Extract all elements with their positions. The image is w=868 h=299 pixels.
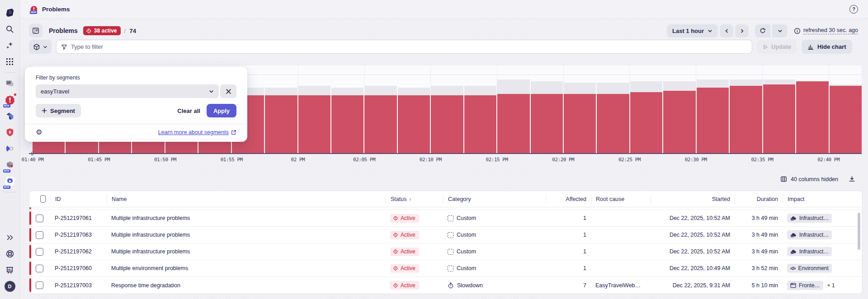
user-avatar[interactable]: D xyxy=(2,279,18,294)
help-lifering-icon[interactable] xyxy=(2,246,18,262)
hide-chart-button[interactable]: Hide chart xyxy=(802,40,852,54)
download-button[interactable] xyxy=(849,176,855,182)
chart-bar[interactable] xyxy=(697,65,729,154)
table-row[interactable]: P-2512197061Multiple infrastructure prob… xyxy=(29,210,862,227)
screens-app-icon[interactable] xyxy=(2,76,18,91)
started-cell-text: Dec 22, 2025, 9:31 AM xyxy=(673,282,730,289)
columns-hidden-button[interactable]: 40 columns hidden xyxy=(780,176,838,182)
refreshed-ago-label[interactable]: refreshed 30 sec. ago xyxy=(803,27,858,34)
segment-select[interactable]: easyTravel xyxy=(36,84,219,98)
help-icon[interactable]: ? xyxy=(849,5,858,14)
column-label: Affected xyxy=(566,196,586,202)
chart-bar[interactable] xyxy=(431,65,463,154)
ai-sparkles-icon[interactable] xyxy=(2,37,18,53)
chart-bar[interactable] xyxy=(298,65,330,154)
filter-input[interactable] xyxy=(71,43,747,50)
update-button[interactable]: Update xyxy=(757,40,797,54)
chart-bar[interactable] xyxy=(531,65,563,154)
chart-bar[interactable] xyxy=(464,65,496,154)
chart-bar[interactable] xyxy=(497,65,529,154)
category-cell: Custom xyxy=(443,215,546,221)
column-header-affected[interactable]: Affected xyxy=(546,195,591,204)
chart-bar[interactable] xyxy=(830,65,862,154)
column-header-id[interactable]: ID xyxy=(50,195,107,204)
chart-bar[interactable] xyxy=(663,65,695,154)
column-header-status[interactable]: Status↑ xyxy=(386,195,443,204)
row-checkbox[interactable] xyxy=(36,281,43,289)
active-problems-segment xyxy=(564,94,596,154)
closed-problems-segment xyxy=(431,86,463,95)
problem-name-cell: Response time degradation xyxy=(107,282,386,289)
problems-app-mini-icon: NEW xyxy=(30,5,38,13)
column-header-duration[interactable]: Duration xyxy=(735,195,783,204)
infrastructure-app-icon[interactable]: NEW xyxy=(2,157,18,173)
timeframe-forward-button[interactable] xyxy=(735,24,749,37)
chart-bar[interactable] xyxy=(265,65,297,154)
row-checkbox[interactable] xyxy=(36,215,43,222)
x-axis-line xyxy=(29,153,862,154)
chart-bar[interactable] xyxy=(398,65,430,154)
select-all-checkbox[interactable] xyxy=(40,195,46,203)
apply-button[interactable]: Apply xyxy=(207,104,236,117)
table-row[interactable]: P-2512197063Multiple infrastructure prob… xyxy=(29,227,862,243)
affected-cell: 1 xyxy=(546,215,591,221)
app-switcher-button[interactable] xyxy=(29,24,42,37)
vertical-scrollbar[interactable] xyxy=(858,213,860,250)
chart-bar[interactable] xyxy=(630,65,662,154)
chart-bar[interactable] xyxy=(730,65,762,154)
search-icon[interactable] xyxy=(2,21,18,37)
refresh-options-button[interactable] xyxy=(772,24,788,37)
active-count-label: 38 active xyxy=(94,28,117,34)
chart-bar[interactable] xyxy=(564,65,596,154)
row-checkbox[interactable] xyxy=(36,231,43,239)
column-header-started[interactable]: Started xyxy=(651,195,735,204)
table-row[interactable]: P-2512197060Multiple environment problem… xyxy=(29,260,862,277)
active-count-badge[interactable]: 38 active xyxy=(83,26,121,35)
problem-name-cell: Multiple environment problems xyxy=(107,265,386,271)
segments-filter-button[interactable] xyxy=(29,40,52,54)
row-checkbox[interactable] xyxy=(36,265,43,272)
chart-bar[interactable] xyxy=(364,65,396,154)
add-segment-button[interactable]: Segment xyxy=(36,104,81,117)
automation-app-icon[interactable] xyxy=(2,141,18,156)
chart-bar[interactable] xyxy=(796,65,828,154)
clear-all-button[interactable]: Clear all xyxy=(171,107,207,114)
impact-cell: </>Environment xyxy=(783,264,862,273)
active-problems-segment xyxy=(464,95,496,154)
column-header-impact[interactable]: Impact xyxy=(783,195,862,204)
segments-settings-gear-icon[interactable]: ⚙ xyxy=(36,129,42,136)
row-checkbox[interactable] xyxy=(36,248,43,256)
table-row[interactable]: P-2512197062Multiple infrastructure prob… xyxy=(29,243,862,260)
custom-category-icon xyxy=(448,232,453,238)
chevron-down-icon xyxy=(43,45,47,49)
expand-sidebar-icon[interactable] xyxy=(2,230,18,245)
problems-app-icon-active[interactable]: NEW xyxy=(2,92,18,107)
diamond-exclamation-icon xyxy=(393,232,398,238)
segment-remove-button[interactable] xyxy=(220,84,236,98)
timeframe-back-button[interactable] xyxy=(720,24,733,37)
problem-name-cell-text: Multiple infrastructure problems xyxy=(111,232,190,238)
services-app-icon[interactable] xyxy=(2,108,18,124)
category-cell: Slowdown xyxy=(443,282,546,289)
chart-bar[interactable] xyxy=(597,65,629,154)
settings-app-icon[interactable]: NEW xyxy=(2,173,18,189)
active-problems-segment xyxy=(364,95,396,154)
app-grid-icon[interactable] xyxy=(2,54,18,69)
select-all-header[interactable] xyxy=(29,195,50,204)
dashboards-icon[interactable] xyxy=(2,262,18,278)
chevron-left-icon xyxy=(724,28,729,33)
timeframe-selector[interactable]: Last 1 hour xyxy=(667,24,718,37)
table-row[interactable]: P-2512197003Response time degradationAct… xyxy=(29,277,862,294)
play-icon xyxy=(763,44,768,50)
dynatrace-logo[interactable] xyxy=(2,5,18,20)
learn-more-link[interactable]: Learn more about segments xyxy=(158,129,236,135)
chart-bar[interactable] xyxy=(763,65,795,154)
refresh-button[interactable] xyxy=(755,24,770,37)
security-app-icon[interactable] xyxy=(2,125,18,140)
column-header-root-cause[interactable]: Root cause xyxy=(591,195,651,204)
chart-bar[interactable] xyxy=(331,65,363,154)
started-cell: Dec 22, 2025, 10:52 AM xyxy=(651,248,735,255)
status-cell: Active xyxy=(386,214,443,223)
column-header-name[interactable]: Name xyxy=(107,195,386,204)
column-header-category[interactable]: Category xyxy=(443,195,546,204)
